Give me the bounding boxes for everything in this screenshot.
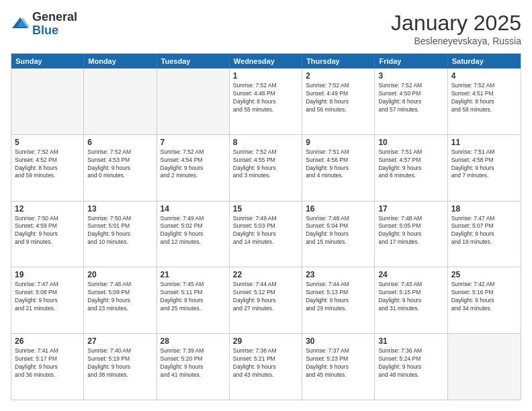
calendar-cell: 21Sunrise: 7:45 AM Sunset: 5:11 PM Dayli… (157, 267, 230, 333)
month-title: January 2025 (391, 11, 521, 36)
day-info: Sunrise: 7:51 AM Sunset: 4:58 PM Dayligh… (451, 148, 517, 181)
day-info: Sunrise: 7:48 AM Sunset: 5:05 PM Dayligh… (378, 215, 443, 247)
day-info: Sunrise: 7:47 AM Sunset: 5:07 PM Dayligh… (451, 215, 517, 247)
day-info: Sunrise: 7:52 AM Sunset: 4:50 PM Dayligh… (378, 82, 443, 114)
day-number: 1 (233, 71, 298, 81)
day-number: 15 (233, 204, 298, 214)
day-number: 28 (161, 336, 226, 346)
day-info: Sunrise: 7:46 AM Sunset: 5:09 PM Dayligh… (87, 281, 152, 313)
calendar-cell: 17Sunrise: 7:48 AM Sunset: 5:05 PM Dayli… (375, 201, 447, 267)
calendar-cell: 19Sunrise: 7:47 AM Sunset: 5:08 PM Dayli… (11, 267, 84, 333)
day-number: 21 (161, 270, 226, 279)
day-info: Sunrise: 7:52 AM Sunset: 4:49 PM Dayligh… (306, 82, 371, 114)
day-number: 30 (306, 336, 371, 346)
calendar-cell: 7Sunrise: 7:52 AM Sunset: 4:54 PM Daylig… (157, 135, 230, 201)
day-info: Sunrise: 7:42 AM Sunset: 5:16 PM Dayligh… (451, 281, 517, 313)
calendar-cell: 27Sunrise: 7:40 AM Sunset: 5:19 PM Dayli… (84, 334, 157, 400)
day-number: 25 (451, 270, 517, 279)
day-info: Sunrise: 7:47 AM Sunset: 5:08 PM Dayligh… (15, 281, 80, 313)
day-info: Sunrise: 7:48 AM Sunset: 5:04 PM Dayligh… (306, 215, 371, 247)
day-number: 16 (306, 204, 371, 214)
day-info: Sunrise: 7:50 AM Sunset: 4:59 PM Dayligh… (15, 215, 80, 247)
calendar-cell: 8Sunrise: 7:52 AM Sunset: 4:55 PM Daylig… (230, 135, 302, 201)
day-number: 5 (15, 138, 80, 147)
day-info: Sunrise: 7:52 AM Sunset: 4:48 PM Dayligh… (233, 82, 298, 114)
day-info: Sunrise: 7:44 AM Sunset: 5:12 PM Dayligh… (233, 281, 298, 313)
day-info: Sunrise: 7:50 AM Sunset: 5:01 PM Dayligh… (87, 215, 152, 247)
calendar-row-1: 5Sunrise: 7:52 AM Sunset: 4:52 PM Daylig… (11, 135, 521, 201)
day-info: Sunrise: 7:36 AM Sunset: 5:24 PM Dayligh… (378, 347, 443, 379)
weekday-header-friday: Friday (375, 54, 447, 68)
day-number: 10 (378, 138, 443, 147)
weekday-header-tuesday: Tuesday (157, 54, 230, 68)
calendar-cell: 31Sunrise: 7:36 AM Sunset: 5:24 PM Dayli… (375, 334, 447, 400)
day-number: 29 (233, 336, 298, 346)
day-info: Sunrise: 7:38 AM Sunset: 5:21 PM Dayligh… (233, 347, 298, 379)
day-number: 3 (378, 71, 443, 81)
calendar-cell: 9Sunrise: 7:51 AM Sunset: 4:56 PM Daylig… (302, 135, 375, 201)
day-number: 18 (451, 204, 517, 214)
day-number: 2 (306, 71, 371, 81)
day-number: 31 (378, 336, 443, 346)
calendar-cell: 26Sunrise: 7:41 AM Sunset: 5:17 PM Dayli… (11, 334, 84, 400)
calendar-cell: 1Sunrise: 7:52 AM Sunset: 4:48 PM Daylig… (230, 68, 302, 134)
day-number: 23 (306, 270, 371, 279)
calendar-cell (84, 68, 157, 134)
calendar-cell (11, 68, 84, 134)
day-info: Sunrise: 7:39 AM Sunset: 5:20 PM Dayligh… (161, 347, 226, 379)
calendar-row-0: 1Sunrise: 7:52 AM Sunset: 4:48 PM Daylig… (11, 68, 521, 135)
calendar-cell: 18Sunrise: 7:47 AM Sunset: 5:07 PM Dayli… (448, 201, 521, 267)
header: General Blue January 2025 Besleneyevskay… (11, 11, 521, 46)
calendar-cell: 14Sunrise: 7:49 AM Sunset: 5:02 PM Dayli… (157, 201, 230, 267)
logo: General Blue (11, 11, 77, 38)
day-number: 12 (15, 204, 80, 214)
day-info: Sunrise: 7:44 AM Sunset: 5:13 PM Dayligh… (306, 281, 371, 313)
logo-blue-text: Blue (32, 24, 77, 38)
calendar-cell: 12Sunrise: 7:50 AM Sunset: 4:59 PM Dayli… (11, 201, 84, 267)
calendar-cell (448, 334, 521, 400)
day-info: Sunrise: 7:52 AM Sunset: 4:52 PM Dayligh… (15, 148, 80, 181)
calendar-header: SundayMondayTuesdayWednesdayThursdayFrid… (11, 54, 521, 68)
logo-text: General Blue (32, 11, 77, 38)
calendar-row-2: 12Sunrise: 7:50 AM Sunset: 4:59 PM Dayli… (11, 201, 521, 268)
day-number: 9 (306, 138, 371, 147)
calendar-cell: 2Sunrise: 7:52 AM Sunset: 4:49 PM Daylig… (302, 68, 375, 134)
calendar-cell: 11Sunrise: 7:51 AM Sunset: 4:58 PM Dayli… (448, 135, 521, 201)
calendar-row-4: 26Sunrise: 7:41 AM Sunset: 5:17 PM Dayli… (11, 334, 521, 400)
day-number: 13 (87, 204, 152, 214)
day-number: 6 (87, 138, 152, 147)
title-block: January 2025 Besleneyevskaya, Russia (391, 11, 521, 46)
calendar-cell: 13Sunrise: 7:50 AM Sunset: 5:01 PM Dayli… (84, 201, 157, 267)
day-number: 4 (451, 71, 517, 81)
day-number: 7 (161, 138, 226, 147)
day-info: Sunrise: 7:52 AM Sunset: 4:54 PM Dayligh… (161, 148, 226, 181)
day-number: 26 (15, 336, 80, 346)
day-number: 14 (161, 204, 226, 214)
day-info: Sunrise: 7:41 AM Sunset: 5:17 PM Dayligh… (15, 347, 80, 379)
calendar-cell: 5Sunrise: 7:52 AM Sunset: 4:52 PM Daylig… (11, 135, 84, 201)
page: General Blue January 2025 Besleneyevskay… (0, 0, 532, 411)
day-number: 11 (451, 138, 517, 147)
calendar: SundayMondayTuesdayWednesdayThursdayFrid… (11, 53, 521, 400)
calendar-cell: 4Sunrise: 7:52 AM Sunset: 4:51 PM Daylig… (448, 68, 521, 134)
day-info: Sunrise: 7:37 AM Sunset: 5:23 PM Dayligh… (306, 347, 371, 379)
calendar-cell: 20Sunrise: 7:46 AM Sunset: 5:09 PM Dayli… (84, 267, 157, 333)
weekday-header-sunday: Sunday (11, 54, 84, 68)
calendar-cell: 25Sunrise: 7:42 AM Sunset: 5:16 PM Dayli… (448, 267, 521, 333)
calendar-cell: 28Sunrise: 7:39 AM Sunset: 5:20 PM Dayli… (157, 334, 230, 400)
calendar-row-3: 19Sunrise: 7:47 AM Sunset: 5:08 PM Dayli… (11, 267, 521, 334)
day-info: Sunrise: 7:40 AM Sunset: 5:19 PM Dayligh… (87, 347, 152, 379)
calendar-cell: 23Sunrise: 7:44 AM Sunset: 5:13 PM Dayli… (302, 267, 375, 333)
weekday-header-saturday: Saturday (448, 54, 521, 68)
calendar-cell: 15Sunrise: 7:49 AM Sunset: 5:03 PM Dayli… (230, 201, 302, 267)
day-info: Sunrise: 7:49 AM Sunset: 5:02 PM Dayligh… (161, 215, 226, 247)
calendar-cell: 30Sunrise: 7:37 AM Sunset: 5:23 PM Dayli… (302, 334, 375, 400)
day-info: Sunrise: 7:52 AM Sunset: 4:55 PM Dayligh… (233, 148, 298, 181)
weekday-header-monday: Monday (84, 54, 157, 68)
day-info: Sunrise: 7:45 AM Sunset: 5:11 PM Dayligh… (161, 281, 226, 313)
day-number: 20 (87, 270, 152, 279)
logo-icon (11, 15, 30, 34)
day-info: Sunrise: 7:51 AM Sunset: 4:57 PM Dayligh… (378, 148, 443, 181)
calendar-cell (157, 68, 230, 134)
calendar-cell: 3Sunrise: 7:52 AM Sunset: 4:50 PM Daylig… (375, 68, 447, 134)
